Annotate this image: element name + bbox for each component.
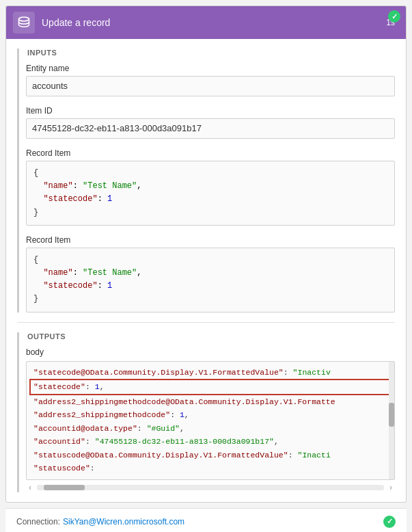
section-divider <box>17 322 395 323</box>
card-body: INPUTS Entity name accounts Item ID 4745… <box>6 39 406 502</box>
entity-name-field: Entity name accounts <box>26 64 395 96</box>
outputs-label: OUTPUTS <box>26 332 395 341</box>
output-line-1: "statecode@OData.Community.Display.V1.Fo… <box>27 366 394 380</box>
record-item-1-label: Record Item <box>26 148 395 158</box>
horizontal-scrollbar[interactable] <box>37 485 384 490</box>
scrollbar-thumb[interactable] <box>389 403 394 427</box>
scroll-left-icon[interactable]: ‹ <box>26 483 34 492</box>
inputs-section: INPUTS Entity name accounts Item ID 4745… <box>17 49 395 312</box>
output-line-5: "accountid@odata.type": "#Guid", <box>27 422 394 436</box>
connection-link[interactable]: SikYan@Wicren.onmicrosoft.com <box>63 517 184 527</box>
output-line-8: "statuscode": <box>27 462 394 475</box>
scroll-arrows: ‹ › <box>26 483 395 492</box>
vertical-scrollbar[interactable] <box>389 362 394 479</box>
record-item-2-code: { "name": "Test Name", "statecode": 1 } <box>26 248 395 312</box>
record-item-2-label: Record Item <box>26 235 395 245</box>
card-title: Update a record <box>42 17 386 28</box>
record-item-1-code: { "name": "Test Name", "statecode": 1 } <box>26 161 395 226</box>
connection-label: Connection: <box>16 517 60 527</box>
output-code-block[interactable]: "statecode@OData.Community.Display.V1.Fo… <box>26 361 395 480</box>
success-check-icon <box>388 10 400 23</box>
outputs-section: OUTPUTS body "statecode@OData.Community.… <box>17 332 395 492</box>
entity-name-value: accounts <box>26 76 395 96</box>
output-line-2-highlight: "statecode": 1, <box>29 379 392 395</box>
item-id-field: Item ID 47455128-dc32-eb11-a813-000d3a09… <box>26 106 395 139</box>
record-item-1-field: Record Item { "name": "Test Name", "stat… <box>26 148 395 226</box>
h-scrollbar-thumb[interactable] <box>44 485 85 490</box>
connection-bar: Connection: SikYan@Wicren.onmicrosoft.co… <box>5 508 407 532</box>
output-line-3: "address2_shippingmethodcode@OData.Commu… <box>27 395 394 409</box>
update-record-card: Update a record 1s INPUTS Entity name ac… <box>5 5 407 503</box>
connection-check-icon <box>383 516 396 528</box>
inputs-label: INPUTS <box>26 49 395 57</box>
card-header: Update a record 1s <box>6 6 406 39</box>
item-id-value: 47455128-dc32-eb11-a813-000d3a091b17 <box>26 118 395 139</box>
output-line-2-wrapper: "statecode": 1, <box>27 379 394 395</box>
output-line-7: "statuscode@OData.Community.Display.V1.F… <box>27 449 394 462</box>
scroll-right-icon[interactable]: › <box>387 483 395 492</box>
output-line-4: "address2_shippingmethodcode": 1, <box>27 408 394 422</box>
record-item-2-field: Record Item { "name": "Test Name", "stat… <box>26 235 395 312</box>
body-label: body <box>26 347 395 357</box>
output-line-6: "accountid": "47455128-dc32-eb11-a813-00… <box>27 435 394 449</box>
entity-name-label: Entity name <box>26 64 395 73</box>
item-id-label: Item ID <box>26 106 395 116</box>
database-icon <box>13 12 35 34</box>
svg-point-0 <box>19 17 29 21</box>
